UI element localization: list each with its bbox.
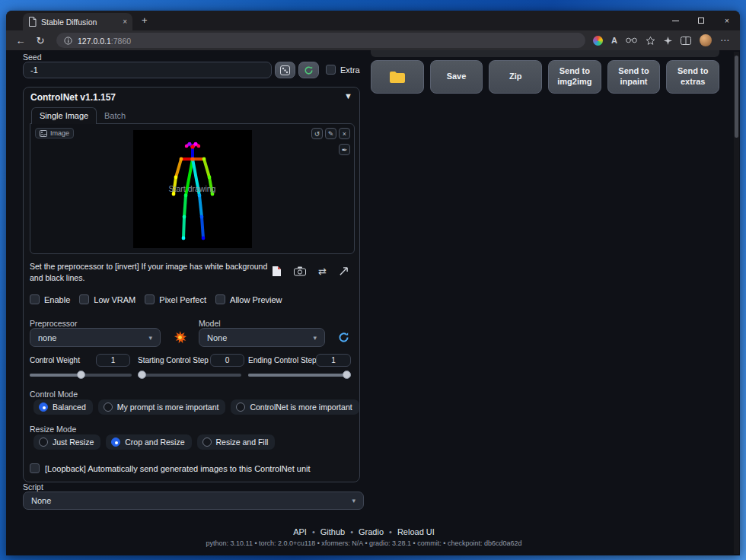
tab-title: Stable Diffusion xyxy=(41,18,118,27)
folder-icon xyxy=(389,71,406,84)
text-size-icon[interactable]: A xyxy=(611,36,617,45)
resize-crop-and-resize[interactable]: Crop and Resize xyxy=(106,434,191,450)
collapse-icon[interactable]: ▼ xyxy=(344,91,352,100)
control-mode-prompt[interactable]: My prompt is more important xyxy=(98,399,226,415)
run-preprocessor-icon[interactable] xyxy=(174,331,186,344)
extra-seed-checkbox[interactable] xyxy=(326,65,336,75)
undo-icon[interactable]: ↺ xyxy=(311,128,323,139)
ending-step-slider[interactable] xyxy=(248,374,351,377)
preprocessor-value: none xyxy=(38,333,56,342)
window-maximize-button[interactable] xyxy=(688,11,714,30)
radio-icon[interactable] xyxy=(39,438,48,447)
clear-image-icon[interactable]: × xyxy=(339,128,350,139)
browser-menu-icon[interactable]: ⋯ xyxy=(720,35,729,46)
tab-single-image[interactable]: Single Image xyxy=(31,107,97,124)
browser-window: Stable Diffusion × + × ← ↻ 127.0.0.1:786… xyxy=(6,11,740,555)
radio-icon[interactable] xyxy=(236,402,245,412)
tab-close-icon[interactable]: × xyxy=(123,18,127,26)
model-value: None xyxy=(207,333,227,342)
chevron-down-icon: ▾ xyxy=(352,497,355,504)
scrollbar-thumb[interactable] xyxy=(735,56,738,138)
radio-selected-icon[interactable] xyxy=(39,402,48,412)
profile-avatar[interactable] xyxy=(700,34,712,46)
window-close-button[interactable]: × xyxy=(714,11,740,30)
github-link[interactable]: Github xyxy=(320,527,345,536)
send-to-extras-button[interactable]: Send to extras xyxy=(666,60,719,94)
image-tool-buttons: ↺ ✎ × xyxy=(311,128,350,139)
image-upload-area[interactable]: Image ↺ ✎ × ✒ xyxy=(30,123,355,254)
tab-batch[interactable]: Batch xyxy=(104,111,126,120)
preprocessor-dropdown[interactable]: none ▾ xyxy=(30,328,161,347)
controlnet-title[interactable]: ControlNet v1.1.157 xyxy=(30,92,116,103)
loopback-checkbox[interactable] xyxy=(30,463,40,473)
control-mode-options: Balanced My prompt is more important Con… xyxy=(33,399,359,415)
image-icon xyxy=(40,130,47,137)
allow-preview-checkbox[interactable] xyxy=(215,294,225,304)
enable-checkbox[interactable] xyxy=(30,294,40,304)
radio-icon[interactable] xyxy=(202,438,212,447)
control-mode-controlnet[interactable]: ControlNet is more important xyxy=(231,399,359,415)
mirror-webcam-icon[interactable]: ⇄ xyxy=(318,266,327,277)
gradio-link[interactable]: Gradio xyxy=(359,527,384,536)
resize-just-resize[interactable]: Just Resize xyxy=(33,434,100,450)
chevron-down-icon: ▾ xyxy=(313,334,317,342)
allow-preview-option: Allow Preview xyxy=(215,294,282,304)
back-button[interactable]: ← xyxy=(12,35,29,46)
resize-resize-and-fill[interactable]: Resize and Fill xyxy=(197,434,276,450)
webcam-icon[interactable] xyxy=(294,266,306,276)
enable-label: Enable xyxy=(44,295,70,304)
extension-color-icon[interactable] xyxy=(593,36,603,46)
api-link[interactable]: API xyxy=(293,527,307,536)
reuse-seed-button[interactable] xyxy=(298,62,319,78)
image-label-text: Image xyxy=(50,129,69,137)
page-scrollbar[interactable] xyxy=(734,52,739,554)
starting-step-slider[interactable] xyxy=(138,374,241,377)
starting-step-label: Starting Control Step xyxy=(138,356,209,364)
zip-button[interactable]: Zip xyxy=(489,60,542,94)
starting-step-value[interactable]: 0 xyxy=(210,354,244,367)
new-canvas-icon[interactable] xyxy=(272,266,282,277)
new-tab-button[interactable]: + xyxy=(142,14,148,26)
dice-icon xyxy=(280,65,290,75)
reload-ui-link[interactable]: Reload UI xyxy=(397,527,435,536)
radio-icon[interactable] xyxy=(104,402,113,412)
control-mode-balanced[interactable]: Balanced xyxy=(33,399,93,415)
split-screen-icon[interactable] xyxy=(681,37,691,45)
ending-step-value[interactable]: 1 xyxy=(316,354,351,367)
sketch-pen-icon[interactable]: ✒ xyxy=(339,144,350,155)
toolbar-icons: A ⋯ xyxy=(593,34,734,46)
model-dropdown[interactable]: None ▾ xyxy=(199,328,325,347)
slider-handle[interactable] xyxy=(77,371,85,379)
add-favorite-icon[interactable] xyxy=(646,36,655,46)
random-seed-button[interactable] xyxy=(275,62,295,78)
edit-icon[interactable]: ✎ xyxy=(325,128,336,139)
collections-icon[interactable] xyxy=(664,37,672,45)
radio-selected-icon[interactable] xyxy=(111,438,120,447)
refresh-button[interactable]: ↻ xyxy=(32,35,49,46)
slider-handle[interactable] xyxy=(138,371,146,379)
send-to-img2img-button[interactable]: Send to img2img xyxy=(548,60,601,94)
control-weight-value[interactable]: 1 xyxy=(96,354,130,367)
seed-label: Seed xyxy=(23,52,42,62)
lowvram-checkbox[interactable] xyxy=(79,294,89,304)
control-mode-controlnet-label: ControlNet is more important xyxy=(250,402,352,412)
browser-tab[interactable]: Stable Diffusion × xyxy=(23,13,132,30)
send-to-inpaint-button[interactable]: Send to inpaint xyxy=(607,60,661,94)
edit-arrow-icon[interactable] xyxy=(339,266,349,276)
address-bar[interactable]: 127.0.0.1:7860 xyxy=(56,33,585,48)
save-button[interactable]: Save xyxy=(430,60,483,94)
resize-resize-and-fill-label: Resize and Fill xyxy=(216,438,269,447)
slider-handle[interactable] xyxy=(343,371,351,379)
pixel-perfect-checkbox[interactable] xyxy=(145,294,155,304)
window-minimize-button[interactable] xyxy=(662,11,688,30)
immersive-reader-icon[interactable] xyxy=(626,37,637,43)
separator-dot: • xyxy=(312,527,315,536)
control-weight-slider[interactable] xyxy=(30,374,132,377)
refresh-models-icon[interactable] xyxy=(338,332,349,343)
controlnet-checkbox-row: Enable Low VRAM Pixel Perfect Allow Prev… xyxy=(30,294,282,304)
maximize-icon xyxy=(698,18,704,24)
site-info-icon[interactable] xyxy=(64,37,72,45)
open-folder-button[interactable] xyxy=(371,60,424,94)
script-dropdown[interactable]: None ▾ xyxy=(23,492,364,510)
seed-input[interactable] xyxy=(23,62,272,78)
